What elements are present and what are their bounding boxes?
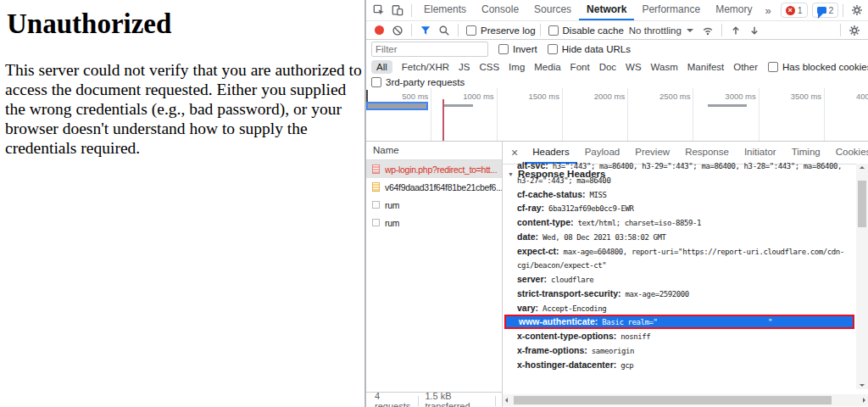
- response-headers-list: alt-svc:h3=":443"; ma=86400, h3-29=":443…: [517, 159, 854, 372]
- header-value: max-age=2592000: [626, 290, 689, 298]
- devtools-tab[interactable]: Performance: [634, 0, 708, 20]
- timeline-tick: 500 ms: [366, 88, 431, 141]
- device-toolbar-icon[interactable]: [388, 2, 407, 19]
- issues-badge[interactable]: 2: [812, 3, 839, 18]
- header-value: Accept-Encoding: [542, 304, 606, 313]
- network-conditions-icon[interactable]: [698, 22, 717, 39]
- preserve-log-checkbox[interactable]: Preserve log: [466, 25, 536, 36]
- invert-checkbox[interactable]: Invert: [498, 44, 537, 54]
- devtools-tab[interactable]: Elements: [416, 0, 474, 20]
- divider: [411, 24, 412, 36]
- error-badge-icon: ×: [786, 6, 795, 15]
- name-column-header[interactable]: Name: [366, 142, 502, 160]
- response-header-line: x-hostinger-datacenter:gcp: [517, 358, 854, 372]
- scroll-down-icon[interactable]: [860, 384, 865, 387]
- header-name: server:: [517, 274, 547, 284]
- resource-type-chip[interactable]: Doc: [599, 60, 616, 74]
- close-details-icon[interactable]: ×: [504, 146, 525, 159]
- browser-page: Unauthorized This server could not verif…: [0, 0, 364, 407]
- scroll-right-icon[interactable]: [863, 398, 865, 403]
- gear-icon[interactable]: [848, 2, 866, 19]
- network-toolbar: Preserve log Disable cache No throttling: [366, 21, 868, 40]
- export-har-icon[interactable]: [745, 22, 764, 39]
- transferred-size: 1.5 kB transferred: [425, 391, 489, 407]
- has-blocked-cookies-checkbox[interactable]: Has blocked cookies: [768, 62, 868, 72]
- table-row[interactable]: v64f9daad31f64f81be21cbef6...: [366, 178, 502, 196]
- horizontal-scrollbar[interactable]: [503, 394, 868, 406]
- inspect-icon[interactable]: [370, 2, 388, 19]
- vertical-scrollbar[interactable]: [856, 164, 868, 389]
- header-value: 6ba312af69eb0cc9-EWR: [548, 204, 633, 213]
- error-badge[interactable]: × 1: [781, 3, 808, 18]
- filter-funnel-icon[interactable]: [416, 22, 435, 39]
- overview-bar-segment: [708, 104, 747, 107]
- checkbox-icon: [371, 77, 381, 87]
- network-overview[interactable]: 500 ms1000 ms1500 ms2000 ms2500 ms3000 m…: [366, 88, 868, 142]
- resource-type-chip[interactable]: Wasm: [651, 60, 678, 74]
- scrollbar-thumb[interactable]: [514, 396, 832, 404]
- issue-count: 2: [829, 5, 834, 15]
- resource-type-chips: AllFetch/XHRJSCSSImgMediaFontDocWSWasmMa…: [371, 60, 758, 74]
- resource-type-chip[interactable]: Font: [570, 60, 590, 74]
- response-header-line: cf-ray:6ba312af69eb0cc9-EWR: [517, 201, 854, 215]
- devtools-tab[interactable]: Network: [579, 0, 634, 20]
- resource-type-chip[interactable]: Media: [534, 60, 560, 74]
- table-row[interactable]: rum: [366, 214, 502, 231]
- third-party-row: 3rd-party requests: [366, 76, 868, 88]
- error-count: 1: [798, 5, 803, 15]
- resource-type-chip[interactable]: WS: [626, 60, 642, 74]
- checkbox-icon: [498, 44, 509, 54]
- resource-type-chip[interactable]: JS: [459, 60, 470, 74]
- checkbox-icon: [466, 25, 476, 36]
- resource-type-chip[interactable]: All: [371, 60, 392, 74]
- divider: [540, 24, 541, 36]
- import-har-icon[interactable]: [726, 22, 745, 39]
- table-row[interactable]: wp-login.php?redirect_to=htt...: [366, 160, 502, 178]
- third-party-checkbox[interactable]: 3rd-party requests: [371, 77, 465, 87]
- status-bar: 4 requests 1.5 kB transferred: [366, 392, 502, 407]
- clear-icon[interactable]: [388, 22, 407, 39]
- resource-type-chip[interactable]: Other: [733, 60, 758, 74]
- resource-type-chip[interactable]: Fetch/XHR: [402, 60, 449, 74]
- resource-type-chip[interactable]: CSS: [479, 60, 499, 74]
- divider: [418, 396, 419, 406]
- devtools-tab[interactable]: Sources: [526, 0, 579, 20]
- header-name: cf-ray:: [517, 203, 544, 213]
- devtools-tab[interactable]: Console: [474, 0, 526, 20]
- hide-data-urls-checkbox[interactable]: Hide data URLs: [548, 44, 631, 54]
- header-name: x-frame-options:: [517, 345, 587, 355]
- overview-left-handle[interactable]: [366, 90, 368, 102]
- response-header-line: x-content-type-options:nosniff: [517, 329, 854, 343]
- resource-type-chip[interactable]: Img: [509, 60, 525, 74]
- resource-type-chip[interactable]: Manifest: [687, 60, 724, 74]
- header-name: cf-cache-status:: [517, 189, 586, 199]
- response-header-line: h3-27=":443"; ma=86400: [517, 173, 854, 187]
- record-icon[interactable]: [375, 25, 384, 35]
- request-details-panel: × HeadersPayloadPreviewResponseInitiator…: [503, 142, 868, 407]
- devtools-tab[interactable]: Memory: [708, 0, 760, 20]
- scroll-up-icon[interactable]: [860, 166, 865, 169]
- header-name: x-hostinger-datacenter:: [517, 360, 616, 370]
- divider: [843, 4, 843, 17]
- header-name: date:: [517, 231, 538, 242]
- header-name: strict-transport-security:: [517, 288, 621, 298]
- header-value: Wed, 08 Dec 2021 03:58:02 GMT: [542, 233, 666, 242]
- disable-cache-checkbox[interactable]: Disable cache: [548, 25, 624, 36]
- header-name: www-authenticate:: [519, 316, 598, 326]
- table-row[interactable]: rum: [366, 196, 502, 214]
- overview-bar-segment: [444, 104, 473, 107]
- more-tabs-icon[interactable]: »: [760, 4, 776, 17]
- network-settings-gear-icon[interactable]: [845, 22, 864, 39]
- search-icon[interactable]: [435, 22, 453, 39]
- generic-icon: [372, 219, 380, 226]
- header-value: MISS: [590, 191, 607, 199]
- scroll-left-icon[interactable]: [505, 398, 508, 403]
- response-header-line: date:Wed, 08 Dec 2021 03:58:02 GMT: [517, 230, 854, 244]
- scrollbar-thumb[interactable]: [858, 181, 866, 227]
- request-list: Name wp-login.php?redirect_to=htt... v64…: [366, 142, 503, 407]
- header-name: vary:: [517, 303, 538, 313]
- checkbox-icon: [548, 25, 559, 36]
- throttling-select[interactable]: No throttling: [629, 25, 693, 36]
- devtools-panel: ElementsConsoleSourcesNetworkPerformance…: [364, 0, 868, 407]
- filter-input[interactable]: [371, 42, 488, 57]
